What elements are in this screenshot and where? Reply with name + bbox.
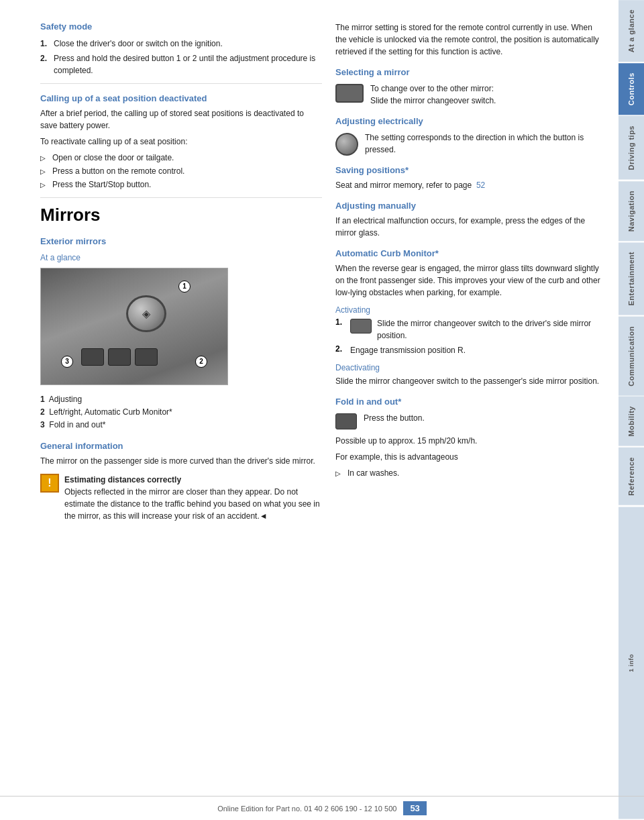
- calling-up-para1: After a brief period, the calling up of …: [40, 107, 322, 132]
- mirror-switch-icon: [335, 83, 364, 103]
- right-column: The mirror setting is stored for the rem…: [335, 20, 605, 800]
- label-1: 1: [178, 280, 191, 293]
- deactivating-title: Deactivating: [335, 363, 605, 372]
- bullet-3: Press the Start/Stop button.: [40, 178, 322, 191]
- fold-title: Fold in and out*: [335, 397, 605, 407]
- fold-icon-row: Press the button.: [335, 412, 605, 429]
- main-content: Safety mode 1.Close the driver's door or…: [0, 0, 619, 820]
- tab-mobility[interactable]: Mobility: [619, 397, 644, 446]
- footer-text: Online Edition for Part no. 01 40 2 606 …: [217, 805, 396, 813]
- item-2: 2 Left/right, Automatic Curb Monitor*: [40, 406, 322, 419]
- label-2: 2: [195, 356, 207, 368]
- bullet-2: Press a button on the remote control.: [40, 165, 322, 177]
- btn-mid: [135, 348, 158, 366]
- adjust-btn-icon: [335, 132, 358, 156]
- general-info-para: The mirror on the passenger side is more…: [40, 455, 322, 467]
- tab-entertainment[interactable]: Entertainment: [619, 242, 644, 315]
- divider2: [40, 197, 322, 198]
- mirror-photo: 1 2 3 ◈: [40, 268, 228, 385]
- page-container: Safety mode 1.Close the driver's door or…: [0, 0, 644, 820]
- tab-communication[interactable]: Communication: [619, 317, 644, 396]
- at-a-glance-label: At a glance: [40, 253, 322, 262]
- tab-navigation[interactable]: Navigation: [619, 181, 644, 241]
- numbered-items: 1 Adjusting 2 Left/right, Automatic Curb…: [40, 393, 322, 432]
- page-footer: Online Edition for Part no. 01 40 2 606 …: [0, 796, 644, 820]
- calling-up-title: Calling up of a seat position deactivate…: [40, 93, 322, 103]
- exterior-mirrors-title: Exterior mirrors: [40, 236, 322, 246]
- warning-title: Estimating distances correctly: [64, 475, 181, 484]
- saving-positions-text: Seat and mirror memory, refer to page 52: [335, 179, 605, 191]
- curb-monitor-title: Automatic Curb Monitor*: [335, 248, 605, 258]
- mirror-selector-icon: ◈: [126, 295, 166, 332]
- btn-left: [81, 348, 104, 366]
- fold-text: Press the button.: [364, 412, 425, 424]
- fold-para3: For example, this is advantageous: [335, 451, 605, 463]
- safety-mode-steps: 1.Close the driver's door or switch on t…: [40, 38, 322, 76]
- btn-right: [108, 348, 131, 366]
- selecting-mirror-row: To change over to the other mirror: Slid…: [335, 83, 605, 107]
- general-info-title: General information: [40, 441, 322, 451]
- fold-bullets: In car washes.: [335, 467, 605, 479]
- fold-para2: Possible up to approx. 15 mph/20 km/h.: [335, 435, 605, 447]
- divider: [40, 83, 322, 84]
- selecting-mirror-title: Selecting a mirror: [335, 67, 605, 77]
- safety-mode-title: Safety mode: [40, 20, 322, 34]
- deactivating-text: Slide the mirror changeover switch to th…: [335, 375, 605, 387]
- tab-info[interactable]: 1 info: [619, 507, 644, 819]
- activate-step-1: 1. Slide the mirror changeover switch to…: [335, 317, 605, 342]
- item-1: 1 Adjusting: [40, 393, 322, 406]
- fold-bullet-1: In car washes.: [335, 467, 605, 479]
- step-2: 2.Press and hold the desired button 1 or…: [40, 52, 322, 76]
- adjusting-electrically-row: The setting corresponds to the direction…: [335, 132, 605, 156]
- left-column: Safety mode 1.Close the driver's door or…: [40, 20, 322, 800]
- activating-title: Activating: [335, 305, 605, 315]
- warning-body: Objects reflected in the mirror are clos…: [64, 487, 320, 521]
- activate-step-2: 2. Engage transmission position R.: [335, 344, 605, 356]
- step-1: 1.Close the driver's door or switch on t…: [40, 38, 322, 50]
- warning-text: Estimating distances correctly Objects r…: [64, 474, 322, 522]
- label-3: 3: [61, 356, 73, 368]
- adjusting-electrically-text: The setting corresponds to the direction…: [365, 132, 605, 156]
- selecting-mirror-text: To change over to the other mirror: Slid…: [370, 83, 496, 107]
- fold-btn-icon: [335, 412, 357, 429]
- adjusting-electrically-title: Adjusting electrically: [335, 116, 605, 126]
- activate-icon: [350, 319, 372, 334]
- calling-up-para2: To reactivate calling up of a seat posit…: [40, 136, 322, 148]
- activating-steps: 1. Slide the mirror changeover switch to…: [335, 317, 605, 356]
- sidebar-tabs: At a glance Controls Driving tips Naviga…: [619, 0, 644, 820]
- tab-controls[interactable]: Controls: [619, 63, 644, 115]
- curb-monitor-text: When the reverse gear is engaged, the mi…: [335, 262, 605, 299]
- warning-box: ! Estimating distances correctly Objects…: [40, 474, 322, 522]
- adjusting-manually-title: Adjusting manually: [335, 201, 605, 211]
- saving-positions-title: Saving positions*: [335, 165, 605, 175]
- warning-icon: !: [40, 474, 59, 493]
- mirrors-title: Mirrors: [40, 205, 322, 225]
- tab-reference[interactable]: Reference: [619, 448, 644, 505]
- page-number: 53: [403, 801, 426, 815]
- calling-up-bullets: Open or close the door or tailgate. Pres…: [40, 152, 322, 191]
- tab-driving-tips[interactable]: Driving tips: [619, 116, 644, 180]
- tab-at-a-glance[interactable]: At a glance: [619, 0, 644, 62]
- bullet-1: Open or close the door or tailgate.: [40, 152, 322, 164]
- saving-positions-link[interactable]: 52: [476, 181, 485, 190]
- intro-para: The mirror setting is stored for the rem…: [335, 21, 605, 58]
- item-3: 3 Fold in and out*: [40, 419, 322, 431]
- adjusting-manually-text: If an electrical malfunction occurs, for…: [335, 215, 605, 239]
